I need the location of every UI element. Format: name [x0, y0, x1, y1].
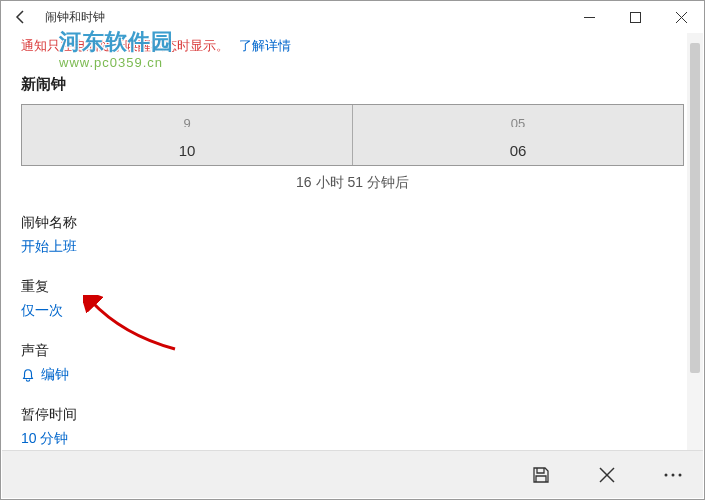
alarm-name-field: 闹钟名称 开始上班 [21, 214, 684, 256]
cancel-button[interactable] [587, 455, 627, 495]
notice-bar: 通知只在电脑处于唤醒状态时显示。 了解详情 [1, 33, 704, 63]
minute-current[interactable]: 06 [353, 142, 683, 159]
sound-value[interactable]: 编钟 [21, 366, 684, 384]
time-row-cur: 10 06 [22, 135, 683, 165]
titlebar: 闹钟和时钟 [1, 1, 704, 33]
snooze-value[interactable]: 10 分钟 [21, 430, 684, 448]
time-row-prev: 9 05 [22, 105, 683, 135]
svg-point-7 [665, 473, 668, 476]
hour-current[interactable]: 10 [22, 142, 352, 159]
svg-point-9 [679, 473, 682, 476]
close-button[interactable] [658, 1, 704, 33]
snooze-field: 暂停时间 10 分钟 [21, 406, 684, 448]
new-alarm-title: 新闹钟 [21, 75, 684, 94]
bottom-toolbar [2, 450, 703, 498]
notice-text: 通知只在电脑处于唤醒状态时显示。 [21, 38, 229, 53]
scroll-thumb[interactable] [690, 43, 700, 373]
window-title: 闹钟和时钟 [45, 9, 105, 26]
repeat-field: 重复 仅一次 [21, 278, 684, 320]
alarm-name-label: 闹钟名称 [21, 214, 684, 232]
minute-prev: 05 [353, 113, 683, 127]
back-button[interactable] [1, 1, 41, 33]
more-button[interactable] [653, 455, 693, 495]
maximize-button[interactable] [612, 1, 658, 33]
notice-link[interactable]: 了解详情 [239, 38, 291, 53]
minimize-button[interactable] [566, 1, 612, 33]
repeat-value[interactable]: 仅一次 [21, 302, 684, 320]
time-remaining-hint: 16 小时 51 分钟后 [21, 174, 684, 192]
snooze-label: 暂停时间 [21, 406, 684, 424]
time-picker[interactable]: 9 05 10 06 [21, 104, 684, 166]
svg-rect-1 [630, 12, 640, 22]
save-button[interactable] [521, 455, 561, 495]
sound-label: 声音 [21, 342, 684, 360]
repeat-label: 重复 [21, 278, 684, 296]
content-area: 新闹钟 9 05 10 06 16 小时 51 分钟后 闹钟名称 开始上班 重复… [1, 75, 704, 448]
sound-field: 声音 编钟 [21, 342, 684, 384]
scrollbar[interactable] [687, 33, 703, 450]
svg-point-8 [672, 473, 675, 476]
bell-icon [21, 368, 35, 382]
alarm-name-value[interactable]: 开始上班 [21, 238, 684, 256]
hour-prev: 9 [22, 113, 352, 127]
window-controls [566, 1, 704, 33]
sound-value-text: 编钟 [41, 366, 69, 384]
